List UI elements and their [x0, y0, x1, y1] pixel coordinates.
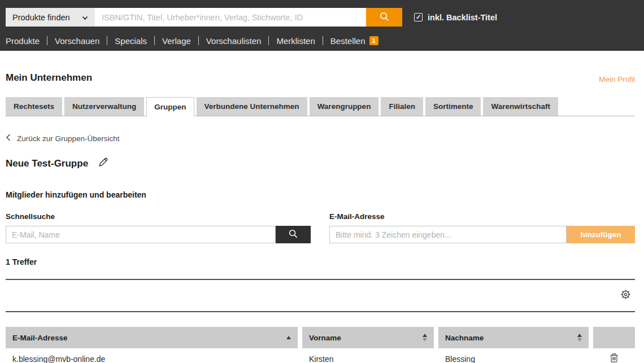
tab-warenwirtschaft[interactable]: Warenwirtschaft [483, 97, 558, 116]
back-to-groups-link[interactable]: Zurück zur Gruppen-Übersicht [6, 134, 635, 143]
chevron-left-icon [6, 134, 11, 143]
tab-sortimente[interactable]: Sortimente [425, 97, 481, 116]
pencil-icon [98, 157, 108, 170]
main-content: Mein Unternehmen Mein Profil Rechtesets … [0, 72, 644, 363]
quicksearch-input[interactable] [6, 226, 276, 243]
column-header-actions [593, 327, 635, 348]
back-link-label: Zurück zur Gruppen-Übersicht [17, 134, 120, 143]
edit-group-name-button[interactable] [98, 157, 108, 170]
nav-separator [198, 36, 199, 45]
nav-separator [47, 36, 47, 45]
quicksearch-button[interactable] [276, 226, 311, 243]
table-settings-button[interactable] [620, 288, 632, 303]
column-header-vorname[interactable]: Vorname [302, 327, 434, 348]
cell-last-name: Blessing [438, 355, 589, 363]
email-field-label: E-Mail-Adresse [329, 212, 635, 221]
column-header-nachname[interactable]: Nachname [438, 327, 589, 348]
quicksearch-label: Schnellsuche [6, 212, 311, 221]
global-search-row: Produkte finden ✓ inkl. Backlist-Titel [6, 8, 638, 27]
add-member-button[interactable]: hinzufügen [567, 226, 635, 243]
global-search-input[interactable] [95, 8, 366, 27]
tab-rechtesets[interactable]: Rechtesets [6, 97, 62, 116]
search-icon [379, 11, 390, 24]
top-bar: Produkte finden ✓ inkl. Backlist-Titel P… [0, 0, 644, 51]
profile-link[interactable]: Mein Profil [599, 75, 635, 84]
search-scope-select[interactable]: Produkte finden [6, 8, 95, 27]
nav-separator [154, 36, 155, 45]
tab-filialen[interactable]: Filialen [381, 97, 423, 116]
add-member-email-input[interactable] [329, 226, 567, 243]
nav-item-specials[interactable]: Specials [115, 36, 147, 46]
sort-toggle-icon[interactable] [577, 334, 582, 342]
nav-separator [107, 36, 107, 45]
cell-first-name: Kirsten [302, 355, 434, 363]
backlist-label: inkl. Backlist-Titel [428, 13, 497, 22]
nav-separator [323, 36, 323, 45]
gear-icon [620, 288, 632, 303]
sort-toggle-icon[interactable] [423, 334, 427, 342]
nav-separator [268, 36, 269, 45]
backlist-toggle[interactable]: ✓ inkl. Backlist-Titel [414, 13, 497, 22]
tab-verbundene-unternehmen[interactable]: Verbundene Unternehmen [197, 97, 307, 116]
company-tabs: Rechtesets Nutzerverwaltung Gruppen Verb… [6, 97, 635, 116]
nav-item-bestellen[interactable]: Bestellen 1 [330, 36, 378, 46]
global-search-button[interactable] [366, 8, 402, 27]
nav-item-vorschaulisten[interactable]: Vorschaulisten [206, 36, 262, 46]
backlist-checkbox[interactable]: ✓ [414, 13, 423, 21]
page-title: Mein Unternehmen [6, 72, 92, 84]
results-count: 1 Treffer [6, 257, 635, 266]
members-section-title: Mitglieder hinzufügen und bearbeiten [6, 190, 635, 199]
nav-item-produkte[interactable]: Produkte [6, 36, 40, 46]
tab-warengruppen[interactable]: Warengruppen [310, 97, 379, 116]
column-header-email[interactable]: E-Mail-Adresse [6, 327, 298, 348]
tab-nutzerverwaltung[interactable]: Nutzerverwaltung [64, 97, 144, 116]
table-row: k.blessing@mvb-online.de Kirsten Blessin… [6, 348, 635, 363]
main-nav: Produkte Vorschauen Specials Verlage Vor… [6, 34, 638, 47]
group-name: Neue Test-Gruppe [6, 158, 88, 169]
nav-item-merklisten[interactable]: Merklisten [276, 36, 315, 46]
search-scope-value: Produkte finden [12, 13, 70, 22]
sort-asc-icon[interactable] [286, 336, 291, 339]
divider [6, 311, 635, 312]
nav-item-vorschauen[interactable]: Vorschauen [55, 36, 99, 46]
delete-member-button[interactable] [610, 353, 619, 363]
nav-item-verlage[interactable]: Verlage [162, 36, 191, 46]
search-icon [288, 229, 298, 240]
table-header-row: E-Mail-Adresse Vorname Nachname [6, 327, 635, 348]
cart-count-badge: 1 [369, 36, 378, 45]
chevron-down-icon [82, 13, 88, 22]
trash-icon [610, 353, 619, 363]
tab-gruppen[interactable]: Gruppen [146, 97, 194, 116]
cell-email: k.blessing@mvb-online.de [6, 355, 298, 363]
members-table: E-Mail-Adresse Vorname Nachname k.blessi… [6, 327, 635, 363]
